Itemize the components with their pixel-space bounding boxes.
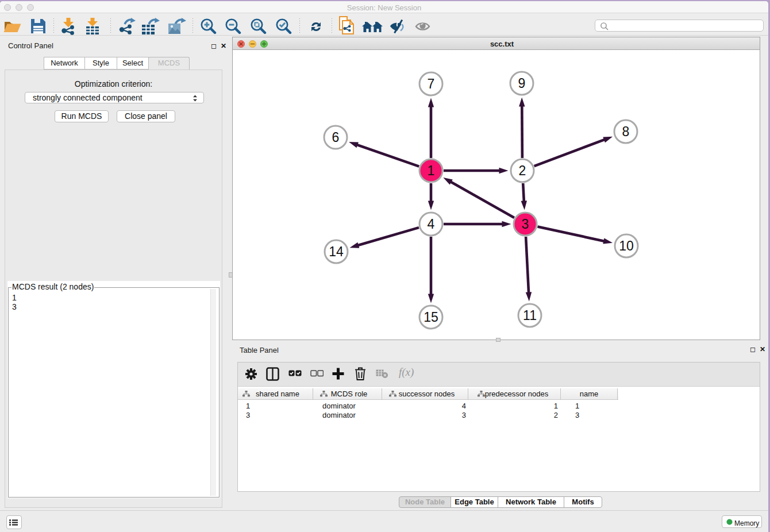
svg-text:9: 9 bbox=[518, 76, 526, 91]
svg-text:4: 4 bbox=[428, 217, 435, 232]
svg-text:1: 1 bbox=[428, 163, 435, 178]
svg-text:14: 14 bbox=[329, 244, 344, 259]
svg-text:11: 11 bbox=[523, 308, 537, 323]
svg-text:8: 8 bbox=[622, 124, 630, 139]
svg-text:6: 6 bbox=[332, 130, 340, 145]
svg-text:3: 3 bbox=[522, 217, 529, 232]
svg-text:10: 10 bbox=[619, 238, 634, 253]
svg-text:7: 7 bbox=[428, 76, 435, 91]
svg-text:2: 2 bbox=[519, 163, 526, 178]
svg-text:15: 15 bbox=[424, 310, 438, 325]
